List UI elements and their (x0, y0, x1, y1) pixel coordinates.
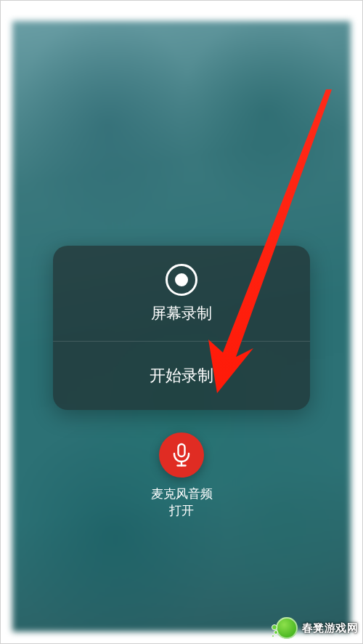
screen-record-card: 屏幕录制 开始录制 (53, 246, 310, 410)
microphone-state: 打开 (151, 503, 213, 520)
watermark-logo-icon (276, 617, 298, 639)
record-icon (166, 264, 197, 296)
watermark: 春凳游戏网 (269, 614, 363, 643)
start-record-label: 开始录制 (150, 365, 213, 387)
watermark-text: 春凳游戏网 (302, 621, 359, 635)
device-frame: 屏幕录制 开始录制 麦克风音频 打开 春凳 (0, 0, 363, 644)
microphone-status: 麦克风音频 打开 (151, 486, 213, 520)
microphone-icon (171, 443, 192, 467)
svg-rect-0 (179, 444, 185, 456)
microphone-toggle-button[interactable] (159, 432, 204, 478)
watermark-logo-bubbles (272, 624, 279, 637)
card-title: 屏幕录制 (151, 303, 212, 323)
record-icon-dot (175, 273, 188, 286)
start-record-button[interactable]: 开始录制 (53, 342, 310, 410)
microphone-label: 麦克风音频 (151, 486, 213, 503)
card-header: 屏幕录制 (53, 246, 310, 342)
